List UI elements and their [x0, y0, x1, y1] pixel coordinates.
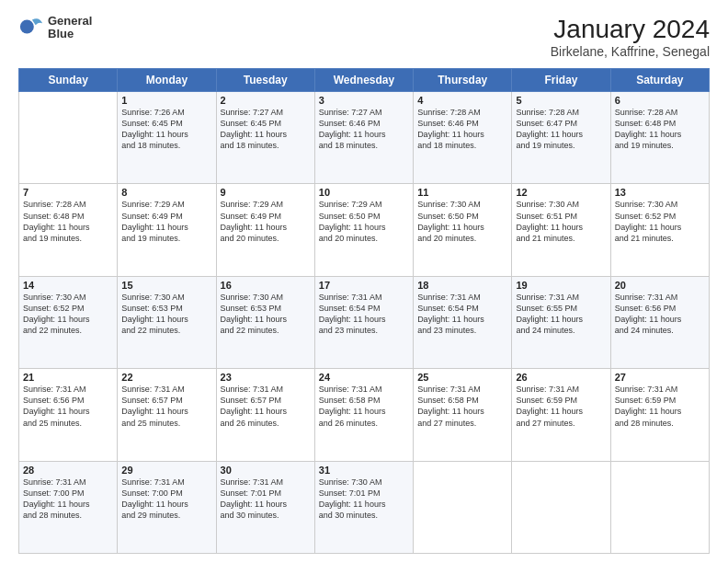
calendar-cell: 8Sunrise: 7:29 AM Sunset: 6:49 PM Daylig…	[118, 184, 216, 276]
day-info: Sunrise: 7:30 AM Sunset: 6:53 PM Dayligh…	[221, 292, 311, 337]
logo-line2: Blue	[48, 28, 92, 40]
calendar-cell: 9Sunrise: 7:29 AM Sunset: 6:49 PM Daylig…	[216, 184, 314, 276]
day-of-week-header: Thursday	[414, 69, 512, 92]
day-of-week-header: Friday	[512, 69, 610, 92]
calendar-week-row: 14Sunrise: 7:30 AM Sunset: 6:52 PM Dayli…	[19, 276, 710, 368]
day-number: 10	[319, 187, 409, 198]
calendar-cell: 15Sunrise: 7:30 AM Sunset: 6:53 PM Dayli…	[118, 276, 216, 368]
day-number: 9	[221, 187, 311, 198]
day-number: 18	[417, 280, 507, 291]
day-info: Sunrise: 7:30 AM Sunset: 6:52 PM Dayligh…	[615, 199, 705, 244]
calendar-cell: 24Sunrise: 7:31 AM Sunset: 6:58 PM Dayli…	[314, 369, 413, 461]
calendar-header-row: SundayMondayTuesdayWednesdayThursdayFrid…	[19, 69, 710, 92]
day-of-week-header: Wednesday	[314, 69, 413, 92]
calendar-cell: 23Sunrise: 7:31 AM Sunset: 6:57 PM Dayli…	[216, 369, 314, 461]
day-number: 28	[23, 465, 113, 476]
day-info: Sunrise: 7:28 AM Sunset: 6:46 PM Dayligh…	[417, 107, 507, 152]
calendar-cell: 10Sunrise: 7:29 AM Sunset: 6:50 PM Dayli…	[314, 184, 413, 276]
day-info: Sunrise: 7:31 AM Sunset: 6:59 PM Dayligh…	[516, 384, 606, 429]
day-number: 8	[121, 187, 211, 198]
day-number: 29	[121, 465, 211, 476]
calendar-cell: 7Sunrise: 7:28 AM Sunset: 6:48 PM Daylig…	[19, 184, 118, 276]
day-of-week-header: Tuesday	[216, 69, 314, 92]
day-info: Sunrise: 7:30 AM Sunset: 6:52 PM Dayligh…	[23, 292, 113, 337]
day-info: Sunrise: 7:31 AM Sunset: 6:55 PM Dayligh…	[516, 292, 606, 337]
calendar-cell: 22Sunrise: 7:31 AM Sunset: 6:57 PM Dayli…	[118, 369, 216, 461]
day-number: 13	[615, 187, 705, 198]
calendar-cell: 25Sunrise: 7:31 AM Sunset: 6:58 PM Dayli…	[414, 369, 512, 461]
calendar-cell: 29Sunrise: 7:31 AM Sunset: 7:00 PM Dayli…	[118, 461, 216, 553]
day-number: 26	[516, 372, 606, 383]
logo-icon	[18, 15, 44, 40]
day-number: 3	[319, 95, 409, 106]
calendar-cell	[19, 92, 118, 184]
day-number: 11	[417, 187, 507, 198]
calendar-cell	[414, 461, 512, 553]
day-number: 15	[121, 280, 211, 291]
day-number: 25	[417, 372, 507, 383]
day-info: Sunrise: 7:31 AM Sunset: 6:58 PM Dayligh…	[417, 384, 507, 429]
day-info: Sunrise: 7:27 AM Sunset: 6:45 PM Dayligh…	[221, 107, 311, 152]
day-info: Sunrise: 7:31 AM Sunset: 6:58 PM Dayligh…	[319, 384, 409, 429]
calendar-cell: 6Sunrise: 7:28 AM Sunset: 6:48 PM Daylig…	[610, 92, 709, 184]
calendar-cell: 1Sunrise: 7:26 AM Sunset: 6:45 PM Daylig…	[118, 92, 216, 184]
calendar-week-row: 28Sunrise: 7:31 AM Sunset: 7:00 PM Dayli…	[19, 461, 710, 553]
day-number: 16	[221, 280, 311, 291]
calendar-cell: 28Sunrise: 7:31 AM Sunset: 7:00 PM Dayli…	[19, 461, 118, 553]
day-info: Sunrise: 7:29 AM Sunset: 6:50 PM Dayligh…	[319, 199, 409, 244]
day-info: Sunrise: 7:29 AM Sunset: 6:49 PM Dayligh…	[121, 199, 211, 244]
day-info: Sunrise: 7:31 AM Sunset: 6:56 PM Dayligh…	[615, 292, 705, 337]
day-info: Sunrise: 7:29 AM Sunset: 6:49 PM Dayligh…	[221, 199, 311, 244]
day-number: 31	[319, 465, 409, 476]
logo: General Blue	[18, 15, 92, 41]
logo-line1: General	[48, 15, 92, 28]
day-info: Sunrise: 7:28 AM Sunset: 6:47 PM Dayligh…	[516, 107, 606, 152]
day-number: 19	[516, 280, 606, 291]
day-number: 21	[23, 372, 113, 383]
day-info: Sunrise: 7:31 AM Sunset: 7:00 PM Dayligh…	[121, 477, 211, 522]
day-number: 4	[417, 95, 507, 106]
calendar-cell	[610, 461, 709, 553]
calendar-cell: 27Sunrise: 7:31 AM Sunset: 6:59 PM Dayli…	[610, 369, 709, 461]
calendar-cell: 26Sunrise: 7:31 AM Sunset: 6:59 PM Dayli…	[512, 369, 610, 461]
day-number: 20	[615, 280, 705, 291]
calendar-cell	[512, 461, 610, 553]
logo-text: General Blue	[48, 15, 92, 41]
calendar-cell: 19Sunrise: 7:31 AM Sunset: 6:55 PM Dayli…	[512, 276, 610, 368]
calendar-cell: 3Sunrise: 7:27 AM Sunset: 6:46 PM Daylig…	[314, 92, 413, 184]
calendar-week-row: 1Sunrise: 7:26 AM Sunset: 6:45 PM Daylig…	[19, 92, 710, 184]
day-info: Sunrise: 7:26 AM Sunset: 6:45 PM Dayligh…	[121, 107, 211, 152]
calendar-title: January 2024	[551, 15, 710, 44]
day-number: 5	[516, 95, 606, 106]
header: General Blue January 2024 Birkelane, Kaf…	[18, 15, 710, 59]
day-info: Sunrise: 7:31 AM Sunset: 6:59 PM Dayligh…	[615, 384, 705, 429]
day-info: Sunrise: 7:31 AM Sunset: 6:54 PM Dayligh…	[319, 292, 409, 337]
day-number: 12	[516, 187, 606, 198]
day-number: 24	[319, 372, 409, 383]
day-info: Sunrise: 7:31 AM Sunset: 6:57 PM Dayligh…	[221, 384, 311, 429]
calendar-cell: 16Sunrise: 7:30 AM Sunset: 6:53 PM Dayli…	[216, 276, 314, 368]
day-number: 2	[221, 95, 311, 106]
day-info: Sunrise: 7:30 AM Sunset: 6:51 PM Dayligh…	[516, 199, 606, 244]
calendar-cell: 30Sunrise: 7:31 AM Sunset: 7:01 PM Dayli…	[216, 461, 314, 553]
calendar-cell: 13Sunrise: 7:30 AM Sunset: 6:52 PM Dayli…	[610, 184, 709, 276]
day-number: 14	[23, 280, 113, 291]
calendar-cell: 17Sunrise: 7:31 AM Sunset: 6:54 PM Dayli…	[314, 276, 413, 368]
day-number: 23	[221, 372, 311, 383]
page: General Blue January 2024 Birkelane, Kaf…	[0, 0, 728, 563]
calendar-cell: 18Sunrise: 7:31 AM Sunset: 6:54 PM Dayli…	[414, 276, 512, 368]
day-info: Sunrise: 7:30 AM Sunset: 6:53 PM Dayligh…	[121, 292, 211, 337]
calendar-week-row: 21Sunrise: 7:31 AM Sunset: 6:56 PM Dayli…	[19, 369, 710, 461]
day-number: 6	[615, 95, 705, 106]
day-info: Sunrise: 7:30 AM Sunset: 6:50 PM Dayligh…	[417, 199, 507, 244]
calendar-cell: 20Sunrise: 7:31 AM Sunset: 6:56 PM Dayli…	[610, 276, 709, 368]
day-number: 1	[121, 95, 211, 106]
day-info: Sunrise: 7:31 AM Sunset: 7:01 PM Dayligh…	[221, 477, 311, 522]
calendar-table: SundayMondayTuesdayWednesdayThursdayFrid…	[18, 68, 710, 554]
calendar-cell: 31Sunrise: 7:30 AM Sunset: 7:01 PM Dayli…	[314, 461, 413, 553]
day-of-week-header: Monday	[118, 69, 216, 92]
title-block: January 2024 Birkelane, Kaffrine, Senega…	[551, 15, 710, 59]
day-number: 30	[221, 465, 311, 476]
calendar-cell: 5Sunrise: 7:28 AM Sunset: 6:47 PM Daylig…	[512, 92, 610, 184]
calendar-cell: 21Sunrise: 7:31 AM Sunset: 6:56 PM Dayli…	[19, 369, 118, 461]
